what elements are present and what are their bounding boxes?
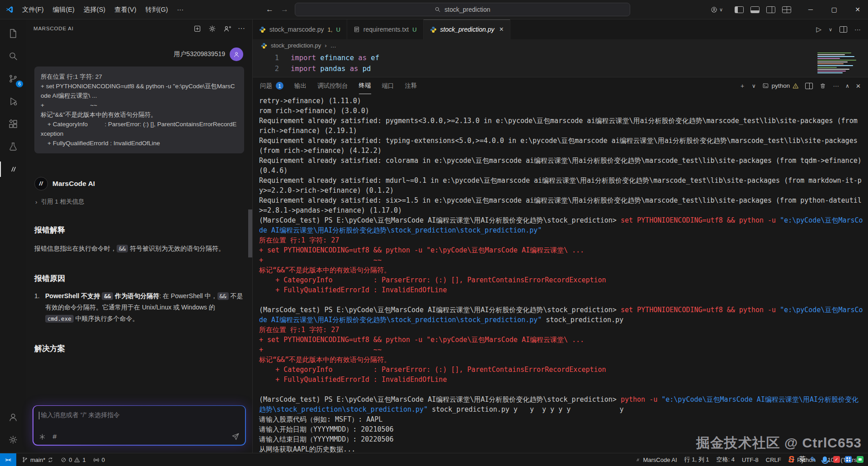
- activity-test-icon[interactable]: [0, 135, 26, 158]
- maximize-button[interactable]: ▢: [824, 0, 844, 19]
- python-file-icon: [430, 26, 437, 33]
- ime-grid-icon[interactable]: [845, 456, 852, 463]
- menu-edit[interactable]: 编辑(E): [49, 4, 79, 16]
- ime-calendar-icon[interactable]: ✓: [833, 456, 840, 463]
- terminal-list-item[interactable]: python: [762, 82, 799, 89]
- terminal-line: + FullyQualifiedErrorId : InvalidEndOfLi…: [259, 285, 863, 295]
- ime-toolbar: S 英 ✎ ✓: [788, 454, 863, 465]
- terminal-profile-dropdown-icon[interactable]: ∨: [752, 83, 756, 89]
- user-message: 所在位置 行:1 字符: 27 + set PYTHONIOENCODING=u…: [34, 67, 244, 153]
- tab-stock-prediction[interactable]: stock_prediction.py ×: [424, 19, 510, 39]
- activity-run-debug-icon[interactable]: [0, 90, 26, 113]
- panel-tab-debug-console[interactable]: 调试控制台: [317, 77, 348, 94]
- panel-tab-problems[interactable]: 问题 1: [260, 77, 283, 94]
- minimize-button[interactable]: ─: [800, 0, 821, 19]
- share-profile-icon[interactable]: [223, 24, 231, 33]
- reference-toggle[interactable]: › 引用 1 相关信息: [35, 198, 244, 206]
- nav-forward-icon[interactable]: →: [280, 5, 289, 14]
- terminal-warning-icon: [793, 83, 799, 89]
- panel-tab-ports[interactable]: 端口: [382, 77, 394, 94]
- panel-tabbar: 问题 1 输出 调试控制台 终端 端口 注释 ＋ ∨ python: [253, 77, 868, 94]
- activity-settings-icon[interactable]: [0, 428, 26, 451]
- customize-layout-icon[interactable]: [782, 6, 791, 13]
- split-editor-icon[interactable]: [840, 26, 847, 33]
- terminal-line: + FullyQualifiedErrorId : InvalidEndOfLi…: [259, 375, 863, 385]
- terminal-content[interactable]: retry->efinance) (1.11.0)rom rich->efina…: [253, 94, 868, 453]
- toggle-panel-icon[interactable]: [750, 6, 760, 13]
- chat-input[interactable]: 输入消息或者 “/” 来选择指令 #: [33, 406, 245, 445]
- toggle-secondary-sidebar-icon[interactable]: [766, 6, 775, 13]
- run-python-file-icon[interactable]: ▷: [816, 25, 821, 33]
- editor-more-actions-icon[interactable]: ···: [854, 26, 861, 33]
- context-hash-icon[interactable]: #: [53, 433, 57, 441]
- git-branch-item[interactable]: main*: [22, 456, 53, 463]
- vscode-logo-icon: [5, 5, 14, 14]
- close-panel-icon[interactable]: ✕: [856, 82, 861, 90]
- send-button[interactable]: [231, 433, 240, 441]
- command-sparkle-icon[interactable]: [39, 433, 46, 440]
- search-box[interactable]: stock_prediction: [295, 3, 630, 16]
- terminal-line: 所在位置 行:1 字符: 27: [259, 325, 863, 335]
- ime-mic-icon[interactable]: [823, 456, 827, 462]
- new-chat-icon[interactable]: [193, 24, 202, 33]
- panel-tab-output[interactable]: 输出: [294, 77, 307, 94]
- menu-selection[interactable]: 选择(S): [80, 4, 109, 16]
- toggle-primary-sidebar-icon[interactable]: [735, 6, 744, 13]
- sync-icon: [47, 457, 53, 463]
- menu-file[interactable]: 文件(F): [18, 4, 48, 16]
- marscode-status-item[interactable]: MarsCode AI: [635, 456, 677, 463]
- remote-indicator[interactable]: ><: [0, 453, 16, 466]
- ime-chat-icon[interactable]: [857, 456, 863, 463]
- terminal-line: Requirement already satisfied: pygments<…: [259, 116, 863, 136]
- sogou-logo-icon[interactable]: S: [788, 454, 794, 465]
- panel-more-actions-icon[interactable]: ···: [833, 82, 839, 89]
- chat-input-placeholder: 输入消息或者 “/” 来选择指令: [41, 411, 120, 419]
- eol-item[interactable]: CRLF: [766, 456, 781, 463]
- split-terminal-icon[interactable]: [805, 83, 813, 89]
- run-dropdown-icon[interactable]: ∨: [829, 27, 832, 33]
- activity-extensions-icon[interactable]: [0, 113, 26, 135]
- profile-icon[interactable]: ∨: [708, 6, 726, 14]
- code-line: 1import efinance as ef: [253, 52, 868, 63]
- user-avatar: [230, 48, 243, 61]
- activity-marscode-icon[interactable]: [0, 158, 26, 181]
- status-bar: >< main* 0 1 0 MarsCode AI 行: [0, 453, 868, 466]
- terminal-line: rom rich->efinance) (3.0.0): [259, 106, 863, 116]
- breadcrumb[interactable]: stock_prediction.py › …: [253, 39, 868, 52]
- tab-stock-marscode[interactable]: stock_marscode.py 1, U: [253, 19, 347, 39]
- juejin-watermark: 掘金技术社区 @ CtrlC653: [696, 434, 862, 452]
- activity-account-icon[interactable]: [0, 406, 26, 428]
- chat-scrollbar[interactable]: [248, 209, 252, 257]
- kill-terminal-icon[interactable]: [819, 82, 826, 90]
- nav-back-icon[interactable]: ←: [265, 5, 274, 14]
- chevron-right-icon: ›: [325, 42, 326, 49]
- terminal-line: 标记“&&”不是此版本中的有效语句分隔符。: [259, 355, 863, 365]
- titlebar: 文件(F) 编辑(E) 选择(S) 查看(V) 转到(G) ··· ← → st…: [0, 0, 868, 19]
- activity-search-icon[interactable]: [0, 45, 26, 67]
- menu-view[interactable]: 查看(V): [110, 4, 140, 16]
- problems-item[interactable]: 0 1: [61, 456, 85, 463]
- ime-pen-icon[interactable]: ✎: [811, 455, 816, 464]
- code-editor[interactable]: 1import efinance as ef2import pandas as …: [253, 52, 868, 77]
- terminal-line: [259, 295, 863, 305]
- maximize-panel-icon[interactable]: ∧: [845, 83, 849, 89]
- cursor-position-item[interactable]: 行 1, 列 1: [684, 456, 709, 464]
- minimap[interactable]: [817, 52, 861, 73]
- ime-language-indicator[interactable]: 英: [799, 455, 806, 463]
- more-actions-icon[interactable]: ···: [238, 24, 245, 33]
- tab-problem-badge: 1,: [328, 26, 333, 33]
- ports-item[interactable]: 0: [93, 456, 105, 463]
- close-button[interactable]: ✕: [847, 0, 868, 19]
- panel-tab-terminal[interactable]: 终端: [359, 77, 371, 94]
- indentation-item[interactable]: 空格: 4: [717, 456, 735, 464]
- menu-goto[interactable]: 转到(G): [142, 4, 172, 16]
- activity-explorer-icon[interactable]: [0, 22, 26, 45]
- panel-tab-comments[interactable]: 注释: [405, 77, 417, 94]
- new-terminal-icon[interactable]: ＋: [740, 82, 746, 90]
- menu-more[interactable]: ···: [173, 4, 188, 15]
- tab-requirements[interactable]: requirements.txt U: [347, 19, 424, 39]
- chat-settings-icon[interactable]: [208, 24, 217, 33]
- close-tab-icon[interactable]: ×: [499, 26, 503, 33]
- encoding-item[interactable]: UTF-8: [742, 456, 759, 463]
- activity-source-control-icon[interactable]: 6: [0, 67, 26, 90]
